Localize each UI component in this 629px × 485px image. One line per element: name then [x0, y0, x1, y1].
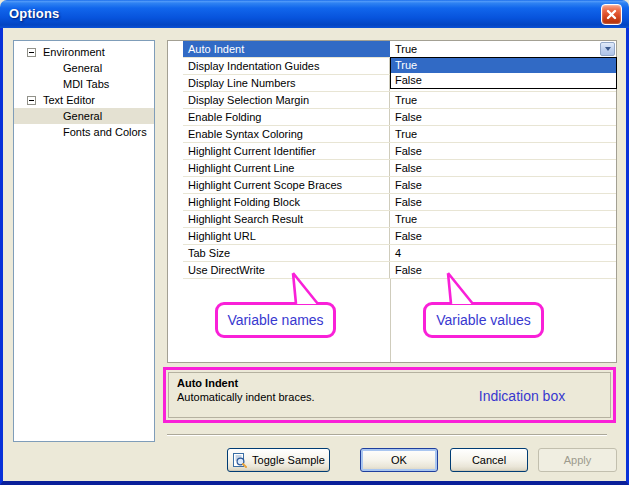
tree-item-label: Environment [43, 46, 105, 58]
column-divider [390, 279, 391, 362]
callout-tail [288, 272, 320, 305]
tree-item-label: Fonts and Colors [63, 126, 147, 138]
property-value-cell[interactable]: True [390, 92, 616, 108]
property-value-cell[interactable]: False [390, 177, 616, 193]
apply-label: Apply [564, 454, 592, 466]
callout-tail [443, 272, 475, 305]
property-row: Highlight Current Scope Braces False [183, 177, 616, 194]
property-row: Enable Syntax Coloring True [183, 126, 616, 143]
property-name-cell[interactable]: Highlight Folding Block [183, 194, 390, 210]
property-row: Display Selection Margin True [183, 92, 616, 109]
button-divider [167, 434, 607, 436]
tree-item-environment[interactable]: Environment [14, 44, 154, 60]
property-name-cell[interactable]: Display Indentation Guides [183, 58, 390, 74]
callout-label: Variable values [436, 312, 531, 328]
tree-item-label: Text Editor [43, 94, 95, 106]
property-name-cell[interactable]: Highlight Current Identifier [183, 143, 390, 159]
tree-item-environment-general[interactable]: General [14, 60, 154, 76]
property-row: Highlight Folding Block False [183, 194, 616, 211]
property-name-cell[interactable]: Highlight Search Result [183, 211, 390, 227]
preview-icon [232, 453, 247, 468]
indication-box: Auto Indent Automatically indent braces.… [163, 367, 616, 423]
tree-item-mdi-tabs[interactable]: MDI Tabs [14, 76, 154, 92]
property-row: Highlight URL False [183, 228, 616, 245]
chevron-down-icon [605, 47, 611, 51]
property-name-cell[interactable]: Display Selection Margin [183, 92, 390, 108]
property-value-cell[interactable]: False [390, 109, 616, 125]
ok-label: OK [391, 454, 407, 466]
property-name-cell[interactable]: Display Line Numbers [183, 75, 390, 91]
property-row: Enable Folding False [183, 109, 616, 126]
property-row: Auto Indent True [183, 41, 616, 58]
property-value-cell[interactable]: False [390, 160, 616, 176]
toggle-sample-button[interactable]: Toggle Sample [227, 448, 330, 472]
property-name-cell[interactable]: Use DirectWrite [183, 262, 390, 278]
property-name-cell[interactable]: Highlight URL [183, 228, 390, 244]
tree-collapse-icon[interactable] [27, 48, 36, 57]
property-name-cell[interactable]: Tab Size [183, 245, 390, 261]
property-value-cell[interactable]: 4 [390, 245, 616, 261]
property-row: Highlight Current Line False [183, 160, 616, 177]
titlebar: Options [0, 0, 629, 29]
property-name-cell[interactable]: Auto Indent [183, 41, 390, 57]
property-row: Use DirectWrite False [183, 262, 616, 279]
property-row: Tab Size 4 [183, 245, 616, 262]
property-value-cell[interactable]: False [390, 228, 616, 244]
property-value-text: True [395, 43, 417, 55]
ok-button[interactable]: OK [360, 448, 438, 472]
property-value-cell[interactable]: False [390, 143, 616, 159]
tree-item-text-editor-general[interactable]: General [14, 108, 154, 124]
dropdown-list: True False [390, 57, 617, 89]
dropdown-option-false[interactable]: False [391, 73, 616, 88]
property-name-cell[interactable]: Highlight Current Scope Braces [183, 177, 390, 193]
property-name-cell[interactable]: Enable Folding [183, 109, 390, 125]
combo-dropdown-button[interactable] [600, 42, 615, 56]
indication-box-inner: Auto Indent Automatically indent braces.… [168, 372, 611, 418]
callout-variable-values: Variable values [423, 302, 544, 338]
property-row: Highlight Search Result True [183, 211, 616, 228]
apply-button[interactable]: Apply [538, 448, 617, 472]
tree-item-label: MDI Tabs [63, 78, 109, 90]
window-title: Options [9, 6, 60, 21]
indication-box-label: Indication box [437, 388, 607, 404]
property-value-editor[interactable]: True [390, 41, 616, 57]
property-value-cell[interactable]: False [390, 194, 616, 210]
cancel-label: Cancel [472, 454, 506, 466]
cancel-button[interactable]: Cancel [450, 448, 528, 472]
close-button[interactable] [601, 4, 622, 25]
callout-label: Variable names [227, 312, 323, 328]
tree-item-text-editor[interactable]: Text Editor [14, 92, 154, 108]
property-value-cell[interactable]: True [390, 126, 616, 142]
close-icon [606, 9, 617, 20]
property-value-cell[interactable]: False [390, 262, 616, 278]
tree-item-label: General [63, 62, 102, 74]
property-value-cell[interactable]: True [390, 211, 616, 227]
category-tree: Environment General MDI Tabs Text Editor… [13, 40, 155, 442]
toggle-sample-label: Toggle Sample [252, 454, 325, 466]
options-dialog: Options Environment General MDI Tabs Tex… [0, 0, 629, 485]
tree-item-fonts-and-colors[interactable]: Fonts and Colors [14, 124, 154, 140]
property-row: Highlight Current Identifier False [183, 143, 616, 160]
property-name-cell[interactable]: Highlight Current Line [183, 160, 390, 176]
property-name-cell[interactable]: Enable Syntax Coloring [183, 126, 390, 142]
callout-variable-names: Variable names [215, 302, 336, 338]
tree-collapse-icon[interactable] [27, 96, 36, 105]
tree-item-label: General [63, 110, 102, 122]
dropdown-option-true[interactable]: True [391, 58, 616, 73]
